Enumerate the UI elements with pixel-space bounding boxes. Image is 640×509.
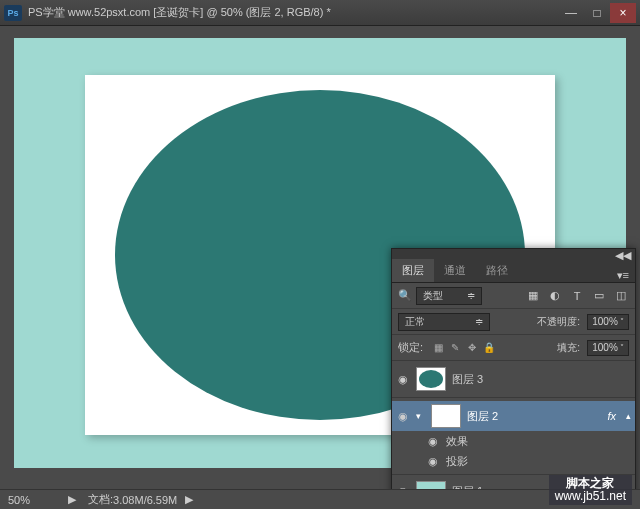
blend-row: 正常≑ 不透明度: 100%˅ xyxy=(392,309,635,335)
status-menu-icon[interactable]: ▶ xyxy=(185,493,193,506)
visibility-toggle[interactable]: ◉ xyxy=(426,434,440,448)
panel-tabs: 图层 通道 路径 ▾≡ xyxy=(392,261,635,283)
layer-item-2[interactable]: ◉ ▾ 图层 2 fx ▴ xyxy=(392,401,635,431)
blend-mode-dropdown[interactable]: 正常≑ xyxy=(398,313,490,331)
fx-badge[interactable]: fx xyxy=(607,410,616,422)
filter-shape-icon[interactable]: ▭ xyxy=(591,288,607,304)
filter-smart-icon[interactable]: ◫ xyxy=(613,288,629,304)
fx-expand-icon[interactable]: ▴ xyxy=(626,411,631,421)
document-title: PS学堂 www.52psxt.com [圣诞贺卡] @ 50% (图层 2, … xyxy=(28,5,558,20)
lock-pixels-icon[interactable]: ▦ xyxy=(431,341,445,355)
layer-thumbnail xyxy=(431,404,461,428)
watermark: 脚本之家 www.jb51.net xyxy=(549,475,632,505)
fill-label: 填充: xyxy=(557,341,580,355)
maximize-button[interactable]: □ xyxy=(584,3,610,23)
window-controls: — □ × xyxy=(558,3,636,23)
filter-row: 🔍 类型≑ ▦ ◐ T ▭ ◫ xyxy=(392,283,635,309)
expand-icon[interactable]: ▾ xyxy=(416,411,421,421)
zoom-level[interactable]: 50% xyxy=(8,494,68,506)
layer-effect-shadow[interactable]: ◉ 投影 xyxy=(392,451,635,471)
layer-item-3[interactable]: ◉ 图层 3 xyxy=(392,364,635,394)
lock-brush-icon[interactable]: ✎ xyxy=(448,341,462,355)
tab-channels[interactable]: 通道 xyxy=(434,259,476,282)
minimize-button[interactable]: — xyxy=(558,3,584,23)
layer-name: 图层 2 xyxy=(467,409,498,424)
collapse-icon[interactable]: ◀◀ xyxy=(615,249,631,262)
opacity-label: 不透明度: xyxy=(537,315,580,329)
zoom-menu-icon[interactable]: ▶ xyxy=(68,493,76,506)
visibility-toggle[interactable]: ◉ xyxy=(396,372,410,386)
effects-label: 效果 xyxy=(446,434,468,449)
filter-type-icon[interactable]: T xyxy=(569,288,585,304)
doc-size-value: 3.08M/6.59M xyxy=(113,494,177,506)
visibility-toggle[interactable]: ◉ xyxy=(426,454,440,468)
close-button[interactable]: × xyxy=(610,3,636,23)
watermark-text-2: www.jb51.net xyxy=(555,490,626,503)
tab-paths[interactable]: 路径 xyxy=(476,259,518,282)
filter-pixel-icon[interactable]: ▦ xyxy=(525,288,541,304)
watermark-text-1: 脚本之家 xyxy=(566,477,614,490)
titlebar: Ps PS学堂 www.52psxt.com [圣诞贺卡] @ 50% (图层 … xyxy=(0,0,640,26)
lock-move-icon[interactable]: ✥ xyxy=(465,341,479,355)
layer-effects-row[interactable]: ◉ 效果 xyxy=(392,431,635,451)
ps-app-icon: Ps xyxy=(4,5,22,21)
layer-thumbnail xyxy=(416,367,446,391)
lock-row: 锁定: ▦ ✎ ✥ 🔒 填充: 100%˅ xyxy=(392,335,635,361)
layer-name: 图层 3 xyxy=(452,372,483,387)
layers-panel: ◀◀ 图层 通道 路径 ▾≡ 🔍 类型≑ ▦ ◐ T ▭ ◫ 正常≑ 不透明度:… xyxy=(391,248,636,509)
panel-menu-icon[interactable]: ▾≡ xyxy=(611,269,635,282)
fill-input[interactable]: 100%˅ xyxy=(587,340,629,356)
tab-layers[interactable]: 图层 xyxy=(392,259,434,282)
filter-adjust-icon[interactable]: ◐ xyxy=(547,288,563,304)
filter-icon: 🔍 xyxy=(398,289,412,302)
opacity-input[interactable]: 100%˅ xyxy=(587,314,629,330)
lock-all-icon[interactable]: 🔒 xyxy=(482,341,496,355)
lock-label: 锁定: xyxy=(398,340,423,355)
statusbar: 50% ▶ 文档: 3.08M/6.59M ▶ xyxy=(0,489,640,509)
visibility-toggle[interactable]: ◉ xyxy=(396,409,410,423)
effect-shadow-label: 投影 xyxy=(446,454,468,469)
doc-size-label: 文档: xyxy=(88,492,113,507)
filter-type-dropdown[interactable]: 类型≑ xyxy=(416,287,482,305)
